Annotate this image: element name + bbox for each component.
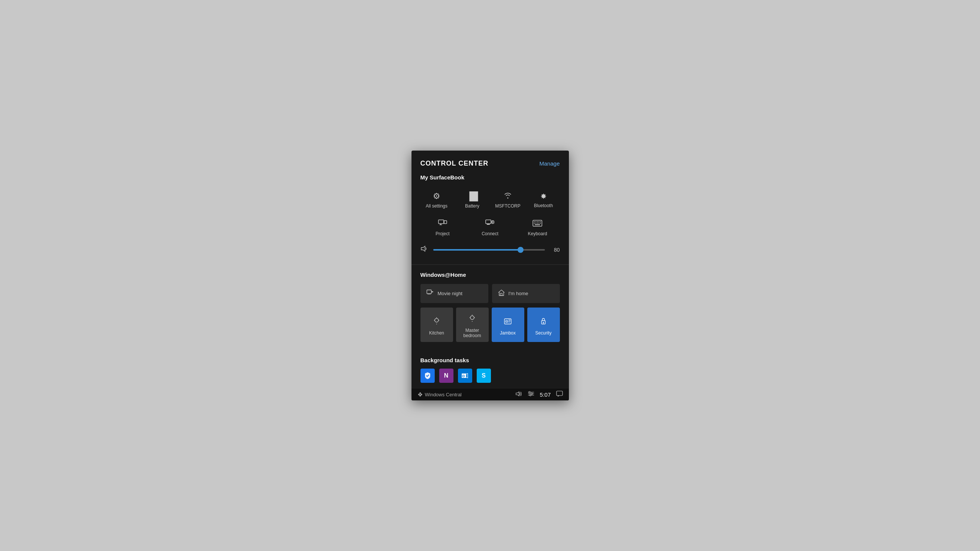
svg-point-53 <box>530 394 531 396</box>
taskbar-time: 5:07 <box>540 391 550 398</box>
taskbar-right: 5:07 <box>515 391 563 398</box>
svg-point-31 <box>470 316 474 319</box>
svg-rect-1 <box>444 221 447 224</box>
im-home-button[interactable]: I'm home <box>492 284 560 303</box>
quick-btn-all-settings[interactable]: ⚙ All settings <box>420 187 453 212</box>
control-center-title: CONTROL CENTER <box>420 160 489 167</box>
keyboard-icon <box>533 219 542 229</box>
msftcorp-label: MSFTCORP <box>495 203 520 209</box>
svg-rect-22 <box>427 290 431 294</box>
wifi-icon <box>504 191 512 201</box>
svg-rect-12 <box>537 221 538 222</box>
battery-icon: ▐█ <box>466 191 478 201</box>
svg-rect-13 <box>539 221 539 222</box>
master-bedroom-label: Master bedroom <box>458 328 487 338</box>
master-bedroom-tile[interactable]: Master bedroom <box>456 308 489 342</box>
svg-rect-17 <box>537 223 538 224</box>
im-home-label: I'm home <box>509 291 528 296</box>
svg-rect-10 <box>534 221 535 222</box>
quick-btn-battery[interactable]: ▐█ Battery <box>456 187 489 212</box>
quick-actions-row2: Project Connect <box>420 214 560 239</box>
svg-point-38 <box>506 321 507 322</box>
svg-marker-23 <box>432 291 434 292</box>
svg-rect-11 <box>536 221 536 222</box>
svg-marker-21 <box>421 246 425 251</box>
kitchen-tile[interactable]: Kitchen <box>420 308 453 342</box>
taskbar-equalizer-icon[interactable] <box>528 391 535 398</box>
device-name: My SurfaceBook <box>420 174 560 181</box>
volume-control: 80 <box>420 245 560 254</box>
divider <box>412 264 569 265</box>
svg-rect-54 <box>557 391 563 395</box>
jambox-tile[interactable]: Jambox <box>492 308 524 342</box>
bluetooth-icon: ✸ <box>540 192 547 201</box>
security-icon <box>539 317 547 327</box>
background-tasks-apps: N O S <box>420 368 560 388</box>
svg-point-51 <box>529 391 530 393</box>
svg-rect-0 <box>439 220 444 224</box>
jambox-icon <box>504 317 512 327</box>
onenote-icon[interactable]: N <box>439 368 453 383</box>
home-icon <box>498 289 505 298</box>
bluetooth-label: Bluetooth <box>534 203 553 208</box>
quick-actions-row1: ⚙ All settings ▐█ Battery MSFTCORP ✸ <box>420 187 560 212</box>
home-tiles: Kitchen Master bedroom <box>420 308 560 342</box>
svg-rect-25 <box>500 293 502 295</box>
smart-home-title: Windows@Home <box>420 272 560 278</box>
defender-icon[interactable] <box>420 368 435 383</box>
quick-btn-bluetooth[interactable]: ✸ Bluetooth <box>527 187 560 212</box>
volume-slider[interactable] <box>433 249 545 251</box>
svg-text:O: O <box>462 374 465 378</box>
taskbar-volume-icon[interactable] <box>515 391 522 398</box>
quick-btn-project[interactable]: Project <box>420 214 465 239</box>
quick-btn-keyboard[interactable]: Keyboard <box>515 214 560 239</box>
keyboard-label: Keyboard <box>528 231 547 237</box>
jambox-label: Jambox <box>500 330 515 336</box>
taskbar-chat-icon[interactable] <box>556 391 563 398</box>
svg-rect-19 <box>540 223 541 224</box>
windows-central-watermark: ❖ Windows Central <box>417 391 462 398</box>
movie-night-label: Movie night <box>438 291 463 296</box>
battery-label: Battery <box>465 203 479 209</box>
svg-rect-4 <box>486 220 491 224</box>
svg-point-43 <box>543 322 544 323</box>
security-label: Security <box>535 330 551 336</box>
background-tasks-title: Background tasks <box>420 357 560 363</box>
windows-central-text: Windows Central <box>425 392 462 397</box>
outlook-icon[interactable]: O <box>458 368 472 383</box>
svg-rect-16 <box>536 223 536 224</box>
svg-rect-5 <box>487 224 490 225</box>
movie-night-icon <box>426 289 434 298</box>
settings-icon: ⚙ <box>433 191 440 201</box>
svg-marker-47 <box>516 392 519 396</box>
kitchen-label: Kitchen <box>429 330 444 336</box>
skype-icon[interactable]: S <box>477 368 491 383</box>
svg-rect-18 <box>539 223 539 224</box>
scene-buttons: Movie night I'm home <box>420 284 560 303</box>
all-settings-label: All settings <box>426 203 447 209</box>
volume-icon <box>420 245 429 254</box>
kitchen-icon <box>433 317 441 327</box>
connect-icon <box>485 219 494 229</box>
svg-point-26 <box>435 318 439 322</box>
master-bedroom-icon <box>468 314 476 325</box>
connect-label: Connect <box>482 231 498 237</box>
project-icon <box>438 219 447 229</box>
svg-point-52 <box>531 393 533 394</box>
taskbar: ❖ Windows Central <box>412 388 569 400</box>
quick-btn-msftcorp[interactable]: MSFTCORP <box>492 187 524 212</box>
security-tile[interactable]: Security <box>527 308 560 342</box>
svg-rect-20 <box>535 224 540 225</box>
quick-btn-connect[interactable]: Connect <box>468 214 512 239</box>
movie-night-button[interactable]: Movie night <box>420 284 488 303</box>
project-label: Project <box>436 231 449 237</box>
volume-value: 80 <box>549 247 560 253</box>
svg-rect-14 <box>540 221 541 222</box>
windows-central-logo: ❖ <box>417 391 423 398</box>
manage-button[interactable]: Manage <box>539 160 560 167</box>
background-tasks-section: Background tasks N O S <box>412 351 569 388</box>
svg-rect-15 <box>534 223 535 224</box>
